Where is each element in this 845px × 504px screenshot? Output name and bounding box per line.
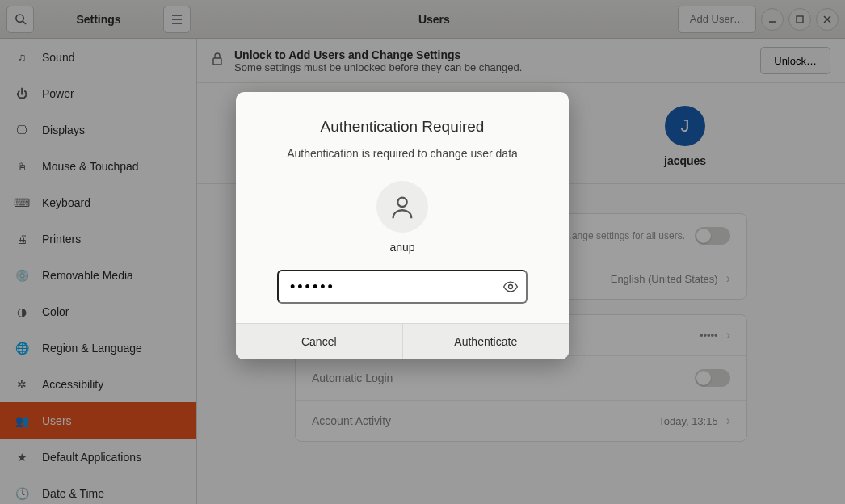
dialog-title: Authentication Required [260, 118, 544, 136]
dialog-subtitle: Authentication is required to change use… [260, 147, 544, 160]
person-icon [389, 193, 416, 220]
dialog-buttons: Cancel Authenticate [236, 323, 569, 359]
reveal-password-button[interactable] [502, 278, 519, 296]
password-input-wrap [277, 270, 528, 304]
authenticate-button[interactable]: Authenticate [403, 324, 570, 359]
svg-point-13 [509, 285, 513, 289]
dialog-body: Authentication Required Authentication i… [236, 92, 569, 323]
password-input[interactable] [277, 270, 528, 304]
dialog-username: anup [260, 241, 544, 254]
cancel-button[interactable]: Cancel [236, 324, 403, 359]
svg-point-12 [397, 198, 406, 207]
auth-dialog: Authentication Required Authentication i… [236, 92, 569, 359]
eye-icon [502, 279, 519, 295]
dialog-avatar [376, 181, 428, 233]
